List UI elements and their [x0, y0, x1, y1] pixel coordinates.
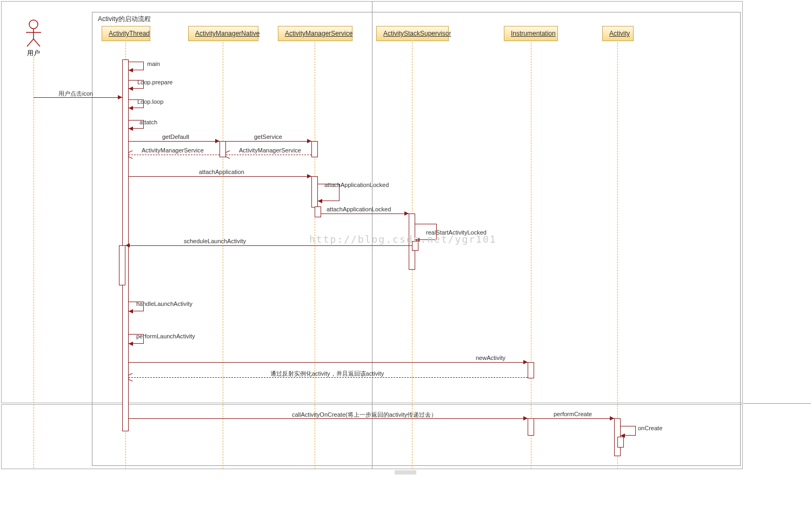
- arrow-userclick: [118, 95, 122, 99]
- self-prepare-arrow: [129, 86, 133, 91]
- actor-lifeline: [34, 56, 34, 468]
- self-loop-arrow: [129, 106, 133, 110]
- msg-newactivity: newActivity: [476, 355, 505, 361]
- head-instrumentation: Instrumentation: [504, 26, 558, 41]
- head-activitythread: ActivityThread: [102, 26, 150, 41]
- diagram-title: Activity的启动流程: [95, 14, 154, 25]
- arrow-attachapp: [307, 174, 311, 178]
- right-guide: [743, 403, 811, 404]
- svg-line-4: [34, 39, 40, 46]
- sequence-diagram: Activity的启动流程 用户 ActivityThread Activity…: [0, 0, 812, 514]
- msg-getservice: getService: [254, 133, 282, 140]
- msg-schedule: scheduleLaunchActivity: [184, 238, 246, 244]
- line-attachapp: [129, 176, 311, 177]
- line-attachapplocked2: [321, 213, 409, 214]
- act-ams-getservice: [311, 141, 318, 157]
- head-activitymanagernative: ActivityManagerNative: [188, 26, 258, 41]
- arrow-performcreate: [610, 416, 614, 420]
- arrow-attachapplocked2: [404, 211, 409, 216]
- svg-line-3: [27, 39, 34, 46]
- arrow-callcreate: [523, 416, 528, 420]
- line-newactivity: [129, 362, 528, 363]
- msg-performcreate: performCreate: [554, 411, 592, 417]
- svg-point-0: [29, 20, 38, 29]
- self-attachapplocked-arrow: [318, 199, 322, 203]
- lifeline-5: [531, 42, 531, 469]
- head-activitymanagerservice: ActivityManagerService: [278, 26, 352, 41]
- msg-return-ams1: ActivityManagerService: [239, 147, 301, 153]
- lifeline-3: [315, 42, 315, 469]
- arrow-schedule: [125, 243, 130, 248]
- act-thread-schedule: [119, 245, 125, 285]
- msg-return-ams2: ActivityManagerService: [142, 147, 204, 153]
- msg-oncreate: onCreate: [638, 425, 662, 431]
- arrow-newactivity: [523, 360, 528, 364]
- act-instrumentation-call: [528, 418, 534, 436]
- actor-user: 用户: [24, 19, 43, 58]
- msg-attachapp: attachApplication: [199, 169, 244, 175]
- msg-loop: Loop.loop: [137, 98, 163, 105]
- line-getdefault: [129, 141, 219, 142]
- self-perform-arrow: [129, 342, 133, 346]
- arrow-return-ams2: [129, 152, 133, 157]
- arrow-return-ams1: [226, 152, 230, 157]
- stick-figure-icon: [24, 19, 43, 48]
- act-ams-attach: [311, 176, 318, 208]
- msg-userclick: 用户点击icon: [58, 90, 93, 98]
- msg-attachapplocked: attachApplicationLocked: [324, 182, 389, 188]
- msg-attach: attatch: [139, 119, 157, 125]
- msg-main: main: [147, 61, 160, 67]
- act-activity-oncreate: [617, 437, 624, 448]
- self-handle-arrow: [129, 309, 133, 313]
- lifeline-6: [617, 42, 618, 469]
- msg-prepare: Loop.prepare: [137, 79, 172, 85]
- scrollbar-hint[interactable]: [395, 470, 416, 475]
- act-native: [219, 141, 226, 157]
- head-activity: Activity: [602, 26, 634, 41]
- arrow-getdefault: [215, 139, 219, 143]
- self-main-arrow: [129, 68, 133, 72]
- line-performcreate: [534, 418, 614, 419]
- msg-getdefault: getDefault: [162, 133, 189, 140]
- line-schedule: [125, 245, 412, 246]
- line-return-ams2: [129, 155, 219, 155]
- self-attach-arrow: [129, 126, 133, 131]
- msg-callcreate: callActivityOnCreate(将上一步返回的activity传递过去…: [292, 411, 437, 419]
- msg-return-activity: 通过反射实例化activity，并且返回该activity: [270, 370, 384, 378]
- head-activitystacksupervisor: ActivityStackSupervisor: [376, 26, 449, 41]
- watermark-text: http://blog.csdn.net/ygr101: [309, 233, 497, 245]
- lifeline-2: [223, 42, 223, 469]
- msg-attachapplocked2: attachApplicationLocked: [327, 206, 391, 212]
- act-instrumentation-new: [528, 362, 534, 378]
- line-return-ams1: [226, 155, 311, 155]
- msg-handle: handleLaunchActivity: [136, 301, 192, 307]
- msg-perform: performLaunchActivity: [136, 333, 195, 339]
- act-ams-attach2: [315, 206, 321, 217]
- arrow-return-activity: [129, 375, 133, 379]
- self-oncreate-arrow: [621, 433, 625, 438]
- arrow-getservice: [307, 139, 311, 143]
- line-getservice: [226, 141, 311, 142]
